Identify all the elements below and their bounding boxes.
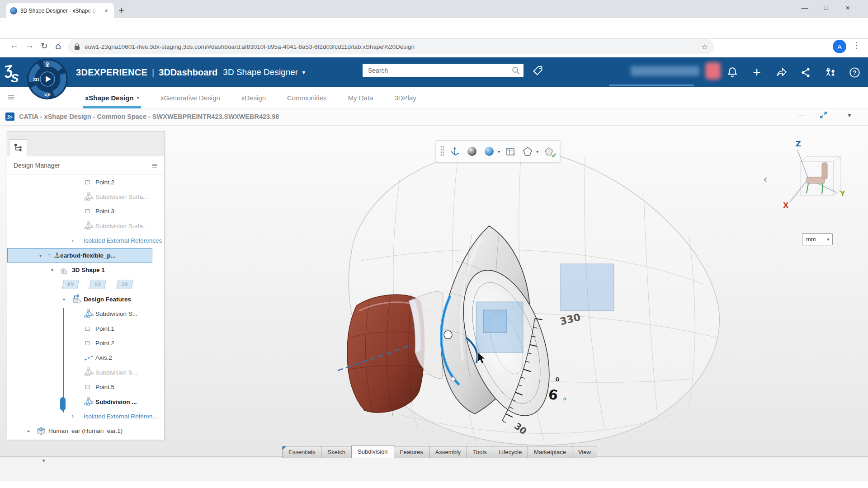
plane-xy-icon[interactable]: XY [62,280,79,289]
tree-item-subdivision-surfa[interactable]: Subdivision Surfa... [7,189,152,204]
new-tab-button[interactable]: + [118,5,124,16]
svg-text:Ʒs: Ʒs [6,114,13,119]
tree-item-label: Design Features [84,296,131,303]
svg-text:?: ? [853,69,856,76]
nav-tab-3dplay[interactable]: 3DPlay [394,87,416,108]
nav-tab-xshape-design[interactable]: xShape Design▾ [85,87,139,108]
app-minimize-icon[interactable]: — [795,111,807,119]
tree-item-design-features[interactable]: ▾Design Features [7,292,152,306]
brand-3dexperience: 3DEXPERIENCE [76,67,147,78]
expander-down-icon[interactable]: ▾ [51,267,60,272]
community-people-icon[interactable] [822,64,838,80]
tree-item-label: earbud-flexible_p... [60,252,116,259]
tree-item-label: Isolated External Referen... [84,413,158,420]
display-mode-sphere-icon[interactable] [482,145,496,158]
expander-right-icon[interactable]: ▸ [28,428,37,433]
viewport-panel-chevron-icon[interactable]: ‹ [763,173,768,186]
window-close-button[interactable]: × [841,4,854,13]
app-menu-chevron-icon[interactable]: ▾ [844,111,855,119]
reload-icon[interactable]: ↻ [41,41,48,51]
tree-item-isolated-external-references[interactable]: ›Isolated External References [7,234,152,248]
manipulator-icon[interactable] [448,145,462,158]
tree-item-3d-shape-1[interactable]: ▾3D Shape 1 [7,263,152,277]
add-content-icon[interactable]: + [749,64,765,80]
workbench-tab-assembly[interactable]: Assembly [429,446,467,458]
app-title[interactable]: 3D Shape Designer [223,67,298,77]
chevron-down-icon[interactable]: ▾ [498,149,500,154]
compass-play-button[interactable]: 3D V,R [26,58,69,102]
workbench-tab-subdivision[interactable]: Subdivision [351,445,394,458]
tree-item-subdivision-s[interactable]: Subdivision S... [7,365,152,380]
nav-collapse-icon[interactable]: ≡ [7,92,15,103]
share-icon[interactable] [773,64,789,80]
tree-item-point-3[interactable]: Point.3 [7,204,152,219]
tree-item-label: Point.3 [95,208,114,215]
3d-viewport-canvas[interactable]: 330 0 6 o 30 [165,126,868,456]
tree-branch-thumb[interactable] [60,397,66,411]
chevron-down-icon[interactable]: ▾ [302,69,305,76]
workbench-tab-lifecycle[interactable]: Lifecycle [493,446,528,458]
nav-tab-my-data[interactable]: My Data [348,87,373,108]
tag-icon[interactable] [532,65,544,79]
workbench-tab-sketch[interactable]: Sketch [321,446,352,458]
tree-item-subdivision-surfa[interactable]: Subdivision Surfa... [7,219,152,233]
plane-yz-icon[interactable]: YZ [89,280,106,289]
section-box-icon[interactable] [504,145,517,158]
view-compass[interactable]: Z Y X [780,136,860,223]
expander-down-icon[interactable]: ▾ [39,253,48,258]
browser-profile-avatar[interactable]: A [833,40,846,53]
header-brand: 3DEXPERIENCE | 3DDashboard 3D Shape Desi… [76,57,305,87]
tree-item-point-2[interactable]: Point.2 [7,175,152,189]
header-search[interactable] [363,64,524,77]
units-dropdown[interactable]: mm ▾ [802,233,833,245]
help-icon[interactable]: ? [846,64,863,80]
tree-item-point-2[interactable]: Point.2 [7,336,152,350]
search-icon[interactable] [511,66,520,75]
toolbar-drag-handle[interactable] [440,145,444,157]
browser-menu-icon[interactable]: ⋮ [853,41,860,50]
workbench-tab-view[interactable]: View [572,446,597,458]
nav-tab-xgenerative-design[interactable]: xGenerative Design [160,87,220,108]
shaded-sphere-icon[interactable] [465,145,479,158]
workbench-tab-essentials[interactable]: Essentials [282,446,321,458]
validate-icon[interactable]: ✓ [542,145,556,158]
nav-tab-xdesign[interactable]: xDesign [241,87,266,108]
redacted-user-avatar[interactable] [705,62,721,80]
share-network-icon[interactable] [797,64,814,80]
nav-tab-communities[interactable]: Communities [287,87,327,108]
window-maximize-button[interactable]: □ [819,4,833,11]
tree-item-human-ear-human-ear-1[interactable]: ▸Human_ear (Human_ear.1) [7,424,152,438]
dock-collapse-icon[interactable]: ▾ [42,458,45,464]
notifications-bell-icon[interactable] [724,64,741,80]
chevron-down-icon[interactable]: ▾ [536,149,538,154]
tree-item-earbud-flexible-p[interactable]: ▾⚓earbud-flexible_p... [7,248,152,263]
tree-item-subdivision[interactable]: Subdivision ... [7,394,152,409]
cube-anchor-icon: ⚓ [48,251,60,260]
window-minimize-button[interactable]: — [798,4,811,11]
polygon-display-icon[interactable] [521,145,534,158]
panel-menu-icon[interactable]: ≡ [151,161,158,170]
tab-close-icon[interactable]: × [102,7,110,14]
workbench-tab-marketplace[interactable]: Marketplace [528,446,572,458]
app-restore-icon[interactable] [817,111,829,120]
workbench-tab-features[interactable]: Features [394,446,429,458]
plane-zx-icon[interactable]: ZX [116,280,133,289]
tree-item-axis-2[interactable]: Axis.2 [7,351,152,365]
tree-item-point-5[interactable]: Point.5 [7,380,152,394]
dial-label-deg: o [563,396,566,402]
address-bar[interactable]: euw1-23qna10601-ifwe.3dx-staging.3ds.com… [68,39,714,54]
search-input[interactable] [367,66,511,75]
browser-tab[interactable]: 3D Shape Designer - xShape Desi × [6,3,114,18]
tree-item-subdivision-s[interactable]: Subdivision S... [7,307,152,321]
bookmark-star-icon[interactable]: ☆ [702,42,708,51]
catia-title: CATIA - xShape Design - Common Space - S… [19,113,279,120]
tree-item-point-1[interactable]: Point.1 [7,321,152,336]
tree-item-isolated-external-referen[interactable]: ›Isolated External Referen... [7,409,152,423]
back-icon[interactable]: ← [10,41,19,51]
tree-tab[interactable] [9,139,27,156]
workbench-tab-tools[interactable]: Tools [467,446,493,458]
expander-down-icon[interactable]: ▾ [63,297,72,302]
forward-icon[interactable]: → [25,41,34,51]
brand-3ddashboard[interactable]: 3DDashboard [159,67,217,78]
home-icon[interactable]: ⌂ [55,41,61,52]
